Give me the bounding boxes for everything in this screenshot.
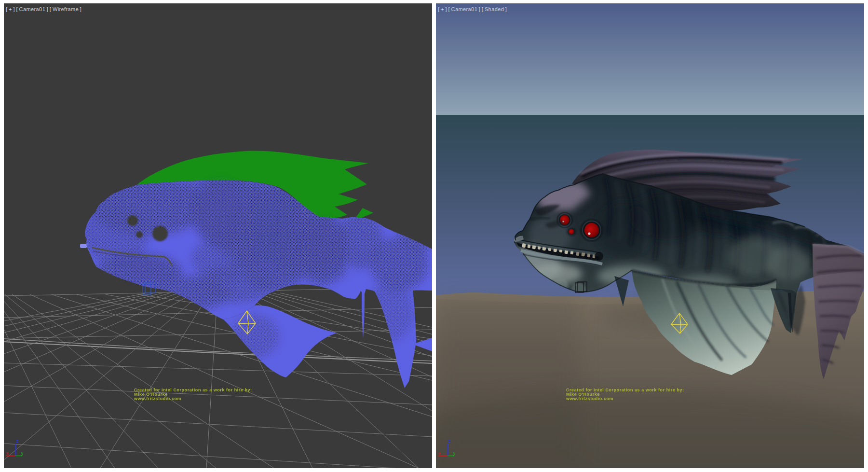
svg-text:z: z (16, 439, 19, 444)
svg-text:y: y (453, 451, 456, 456)
svg-text:y: y (21, 451, 24, 456)
svg-text:x: x (439, 451, 441, 456)
svg-text:x: x (7, 451, 9, 456)
svg-text:z: z (448, 439, 451, 444)
